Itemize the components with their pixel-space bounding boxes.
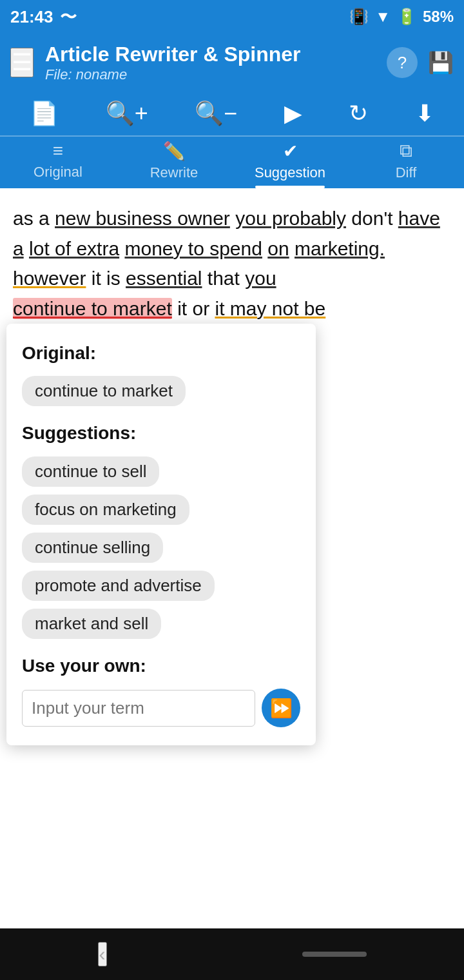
- highlighted-phrase[interactable]: continue to market: [13, 298, 172, 319]
- text-it-or: it or: [172, 298, 215, 319]
- toolbar-title-block: Article Rewriter & Spinner File: noname: [45, 43, 375, 83]
- icon-toolbar: 📄 🔍+ 🔍− ▶ ↻ ⬇: [0, 92, 464, 137]
- file-subtitle: File: noname: [45, 66, 375, 83]
- text-as-a: as a: [13, 208, 55, 229]
- tab-suggestion-label: Suggestion: [255, 164, 325, 181]
- home-indicator[interactable]: [302, 952, 367, 957]
- status-right: 📳 ▼ 🔋 58%: [349, 8, 454, 26]
- app-toolbar: ☰ Article Rewriter & Spinner File: nonam…: [0, 34, 464, 92]
- text-essential: essential: [126, 268, 202, 289]
- battery-percent: 58%: [423, 8, 454, 26]
- use-own-section: Use your own: ⏩: [22, 652, 300, 727]
- zoom-in-button[interactable]: 🔍+: [98, 100, 156, 127]
- suggestion-chip-2[interactable]: continue selling: [22, 533, 163, 563]
- text-money-to-spend: money to spend: [124, 238, 262, 259]
- text-it-may-not-be: it may not be: [215, 298, 325, 319]
- text-space5: [289, 238, 295, 259]
- text-on: on: [267, 238, 289, 259]
- activity-icon: 〜: [60, 6, 77, 28]
- redo-button[interactable]: ↻: [341, 100, 376, 127]
- suggestion-chip-3[interactable]: promote and advertise: [22, 571, 215, 601]
- tab-bar: ≡ Original ✏️ Rewrite ✔ Suggestion ⧉ Dif…: [0, 137, 464, 188]
- suggestion-popup: Original: continue to market Suggestions…: [6, 324, 316, 745]
- article-text: as a new business owner you probably don…: [13, 204, 451, 324]
- use-own-input-row: ⏩: [22, 689, 300, 727]
- text-dont: don't: [346, 208, 398, 229]
- play-button[interactable]: ▶: [276, 100, 310, 127]
- suggestion-chip-1[interactable]: focus on marketing: [22, 495, 189, 525]
- suggestion-icon: ✔: [283, 141, 298, 162]
- toolbar-actions: ? 💾: [387, 47, 454, 78]
- suggestions-label: Suggestions:: [22, 419, 300, 447]
- go-button[interactable]: ⏩: [262, 689, 300, 727]
- tab-original-label: Original: [34, 164, 82, 181]
- app-title: Article Rewriter & Spinner: [45, 43, 375, 66]
- text-however: however: [13, 268, 86, 289]
- content-area: as a new business owner you probably don…: [0, 188, 464, 769]
- text-space2: [24, 238, 29, 259]
- text-lot-of-extra: lot of extra: [29, 238, 119, 259]
- tab-rewrite[interactable]: ✏️ Rewrite: [116, 137, 232, 188]
- text-space1: [230, 208, 235, 229]
- go-icon: ⏩: [270, 698, 293, 719]
- new-file-button[interactable]: 📄: [22, 100, 66, 127]
- original-icon: ≡: [53, 141, 63, 161]
- tab-original[interactable]: ≡ Original: [0, 137, 116, 188]
- diff-icon: ⧉: [400, 141, 412, 162]
- suggestion-chip-4[interactable]: market and sell: [22, 609, 161, 639]
- text-marketing: marketing.: [295, 238, 385, 259]
- back-button[interactable]: ‹: [98, 942, 107, 966]
- bottom-nav: ‹: [0, 928, 464, 980]
- custom-term-input[interactable]: [22, 690, 255, 727]
- original-chips: continue to market: [22, 376, 300, 406]
- original-label: Original:: [22, 339, 300, 367]
- save-button[interactable]: 💾: [428, 50, 454, 75]
- menu-button[interactable]: ☰: [10, 48, 34, 77]
- status-bar: 21:43 〜 📳 ▼ 🔋 58%: [0, 0, 464, 34]
- text-you-probably: you probably: [235, 208, 346, 229]
- zoom-out-button[interactable]: 🔍−: [187, 100, 245, 127]
- wifi-icon: ▼: [375, 8, 391, 26]
- tab-rewrite-label: Rewrite: [150, 164, 198, 181]
- text-new-business-owner: new business owner: [55, 208, 230, 229]
- help-button[interactable]: ?: [387, 47, 418, 78]
- suggestions-chips: continue to sell focus on marketing cont…: [22, 456, 300, 639]
- time: 21:43: [10, 7, 53, 27]
- text-it-is: it is: [86, 268, 126, 289]
- text-you: you: [245, 268, 276, 289]
- download-button[interactable]: ⬇: [407, 100, 442, 127]
- rewrite-icon: ✏️: [163, 141, 186, 162]
- tab-diff[interactable]: ⧉ Diff: [348, 137, 464, 188]
- use-own-label: Use your own:: [22, 652, 300, 680]
- suggestion-chip-0[interactable]: continue to sell: [22, 456, 159, 487]
- original-chip[interactable]: continue to market: [22, 376, 186, 406]
- vibrate-icon: 📳: [349, 8, 369, 26]
- text-that: that: [202, 268, 245, 289]
- status-left: 21:43 〜: [10, 6, 77, 28]
- tab-suggestion[interactable]: ✔ Suggestion: [232, 137, 348, 188]
- battery-icon: 🔋: [397, 8, 416, 26]
- tab-diff-label: Diff: [396, 164, 417, 181]
